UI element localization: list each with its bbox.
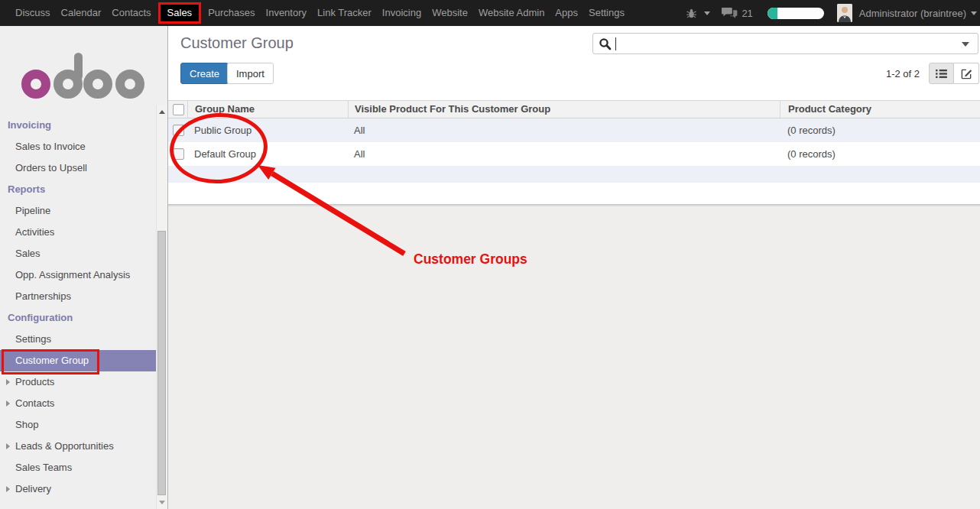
sidebar-item-orders-to-upsell[interactable]: Orders to Upsell: [0, 157, 156, 179]
annotation-label: Customer Groups: [414, 251, 527, 267]
scrollbar-thumb[interactable]: [157, 231, 166, 495]
search-icon: [599, 37, 612, 50]
column-header-group-name[interactable]: Group Name: [187, 101, 348, 118]
view-switcher: [929, 63, 979, 84]
nav-item-inventory[interactable]: Inventory: [261, 0, 312, 26]
table-row[interactable]: Default Group All (0 records): [168, 142, 980, 166]
expand-caret-icon[interactable]: [6, 379, 10, 385]
pager-range: 1-2 of 2: [886, 68, 920, 79]
cell-group-name: Default Group: [187, 148, 348, 160]
nav-item-invoicing[interactable]: Invoicing: [377, 0, 427, 26]
sidebar-scrollbar[interactable]: [156, 105, 167, 509]
nav-item-contacts[interactable]: Contacts: [106, 0, 156, 26]
page-title: Customer Group: [180, 34, 294, 52]
odoo-logo: [0, 44, 156, 112]
cell-group-name: Public Group: [187, 125, 348, 136]
sidebar-item-activities[interactable]: Activities: [0, 222, 156, 243]
main-content: Customer Group Create Import 1-2 of 2: [168, 26, 980, 509]
messages-icon[interactable]: [722, 7, 738, 19]
select-all-checkbox[interactable]: [173, 104, 184, 115]
cell-visible-product: All: [348, 125, 780, 136]
sidebar-item-partnerships[interactable]: Partnerships: [0, 286, 156, 307]
bug-menu-caret-icon[interactable]: [704, 11, 710, 15]
sidebar-item-sales-teams[interactable]: Sales Teams: [0, 457, 156, 478]
timer-widget[interactable]: [767, 8, 824, 19]
sidebar-item-leads-opportunities[interactable]: Leads & Opportunities: [0, 436, 156, 457]
user-menu[interactable]: Administrator (braintree): [859, 8, 966, 19]
scroll-up-icon[interactable]: [159, 110, 165, 114]
row-checkbox[interactable]: [173, 148, 184, 160]
sidebar: Invoicing Sales to Invoice Orders to Ups…: [0, 26, 168, 509]
nav-item-apps[interactable]: Apps: [550, 0, 583, 26]
column-header-product-category[interactable]: Product Category: [780, 101, 980, 118]
column-header-visible-product[interactable]: Visible Product For This Customer Group: [348, 101, 780, 118]
expand-caret-icon[interactable]: [6, 400, 10, 407]
expand-caret-icon[interactable]: [6, 486, 10, 492]
navbar-systray: 21 Administrator (braintree): [686, 4, 980, 22]
list-icon: [936, 69, 947, 79]
customer-group-table: Group Name Visible Product For This Cust…: [168, 100, 980, 209]
sidebar-item-pipeline[interactable]: Pipeline: [0, 200, 156, 222]
sidebar-section-configuration: Configuration: [0, 307, 156, 329]
table-filler: [168, 183, 980, 204]
search-options-caret-icon[interactable]: [962, 42, 969, 47]
sidebar-item-delivery[interactable]: Delivery: [0, 478, 156, 500]
sidebar-item-settings[interactable]: Settings: [0, 329, 156, 350]
edit-icon: [961, 68, 972, 79]
nav-item-settings[interactable]: Settings: [583, 0, 630, 26]
sidebar-item-sales[interactable]: Sales: [0, 243, 156, 264]
row-checkbox[interactable]: [173, 125, 184, 136]
nav-item-link-tracker[interactable]: Link Tracker: [312, 0, 377, 26]
nav-item-website[interactable]: Website: [427, 0, 473, 26]
table-row-empty: [168, 166, 980, 183]
form-view-button[interactable]: [954, 63, 979, 84]
top-navbar: Discuss Calendar Contacts Sales Purchase…: [0, 0, 980, 26]
sidebar-item-opp-assignment-analysis[interactable]: Opp. Assignment Analysis: [0, 264, 156, 286]
import-button[interactable]: Import: [227, 63, 274, 84]
scroll-down-icon[interactable]: [159, 501, 165, 504]
cell-product-category: (0 records): [780, 148, 980, 160]
search-input[interactable]: [616, 35, 978, 52]
user-menu-caret-icon[interactable]: [971, 11, 977, 15]
nav-item-website-admin[interactable]: Website Admin: [473, 0, 550, 26]
search-bar[interactable]: [592, 33, 978, 54]
sidebar-section-invoicing: Invoicing: [0, 115, 156, 136]
nav-item-purchases[interactable]: Purchases: [203, 0, 260, 26]
cell-visible-product: All: [348, 148, 780, 160]
create-button[interactable]: Create: [180, 63, 229, 84]
nav-item-discuss[interactable]: Discuss: [10, 0, 56, 26]
pager: 1-2 of 2: [886, 63, 979, 84]
expand-caret-icon[interactable]: [6, 443, 10, 449]
list-view-button[interactable]: [929, 63, 954, 84]
table-header-row: Group Name Visible Product For This Cust…: [168, 100, 980, 118]
timer-progress: [767, 8, 777, 19]
messages-count-badge[interactable]: 21: [741, 8, 752, 19]
nav-item-sales[interactable]: Sales: [158, 2, 202, 24]
avatar[interactable]: [837, 4, 852, 22]
table-row[interactable]: Public Group All (0 records): [168, 118, 980, 142]
bug-icon[interactable]: [686, 8, 697, 19]
content-background: [168, 206, 980, 509]
sidebar-item-contacts[interactable]: Contacts: [0, 393, 156, 414]
sidebar-menu: Invoicing Sales to Invoice Orders to Ups…: [0, 115, 156, 500]
sidebar-item-sales-to-invoice[interactable]: Sales to Invoice: [0, 136, 156, 157]
cell-product-category: (0 records): [780, 125, 980, 136]
sidebar-item-shop[interactable]: Shop: [0, 414, 156, 436]
sidebar-item-products[interactable]: Products: [0, 371, 156, 393]
nav-item-calendar[interactable]: Calendar: [56, 0, 107, 26]
sidebar-item-customer-group[interactable]: Customer Group: [0, 350, 156, 371]
sidebar-section-reports: Reports: [0, 179, 156, 200]
